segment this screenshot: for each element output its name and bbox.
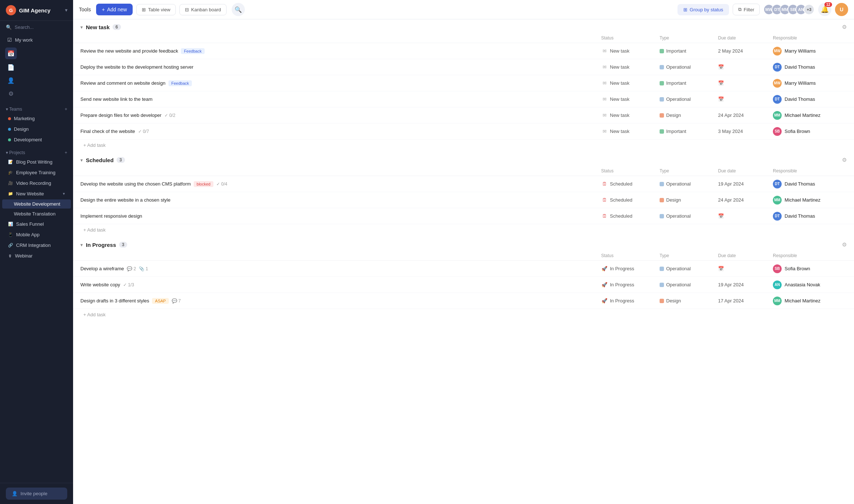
user-avatar[interactable]: U: [835, 3, 848, 16]
group-by-status-btn[interactable]: ⊞ Group by status: [677, 4, 729, 15]
sidebar-item-sales-funnel[interactable]: 📊 Sales Funnel: [2, 219, 71, 229]
sidebar-item-video-recording[interactable]: 🎥 Video Recording: [2, 178, 71, 188]
resp-avatar: MW: [773, 79, 782, 88]
search-placeholder: Search...: [15, 24, 34, 30]
tag-asap: ASAP: [152, 298, 168, 304]
chevron-new-task[interactable]: ▾: [80, 24, 83, 30]
type-text: Operational: [666, 64, 691, 70]
resp-name: Marry Williams: [785, 80, 816, 86]
task-name-cell: Send new website link to the team: [80, 93, 598, 105]
sidebar-doc-icon[interactable]: 📄: [5, 61, 17, 73]
gear-in-progress[interactable]: ⚙: [842, 241, 847, 248]
section-title-new-task: New task: [86, 24, 110, 30]
resp-name: Michael Martinez: [785, 112, 820, 118]
toolbar-label: Tools: [79, 7, 91, 12]
status-icon: 🗓: [601, 181, 608, 187]
type-dot: [660, 182, 664, 186]
sidebar-item-mywork[interactable]: ☑ My work: [2, 34, 71, 46]
task-text: Prepare design files for web developer: [80, 112, 162, 118]
gear-new-task[interactable]: ⚙: [842, 24, 847, 30]
type-cell: Design: [657, 112, 715, 118]
website-dev-label: Website Development: [14, 201, 60, 207]
status-text: New task: [610, 112, 629, 118]
th-actions: [836, 33, 847, 43]
section-count-scheduled: 3: [117, 157, 125, 163]
filter-label: Filter: [744, 7, 754, 12]
sidebar-item-crm-integration[interactable]: 🔗 CRM Integration: [2, 240, 71, 250]
sidebar-item-employee-training[interactable]: 🎓 Employee Training: [2, 168, 71, 177]
search-btn[interactable]: 🔍: [232, 3, 245, 16]
add-task-new-task[interactable]: + Add task: [73, 140, 854, 151]
sidebar-item-development[interactable]: Development: [2, 135, 71, 145]
filter-btn[interactable]: ⧉ Filter: [733, 4, 760, 15]
date-text: 3 May 2024: [718, 129, 743, 134]
sidebar-item-new-website[interactable]: 📁 New Website ▾: [2, 189, 71, 199]
table-row: Send new website link to the team ✉ New …: [73, 91, 854, 107]
date-cell: 📅: [715, 64, 770, 70]
task-text: Final check of the website: [80, 129, 135, 134]
date-text: 17 Apr 2024: [718, 298, 744, 303]
resp-name: David Thomas: [785, 213, 815, 219]
app-logo[interactable]: G GIM Agency ▾: [0, 0, 73, 21]
sidebar-settings-icon[interactable]: ⚙: [5, 88, 17, 99]
sidebar-item-website-development[interactable]: Website Development: [2, 199, 71, 209]
status-text: In Progress: [610, 266, 634, 271]
search-bar[interactable]: 🔍 Search...: [0, 21, 73, 34]
type-text: Important: [666, 129, 686, 134]
add-new-label: Add new: [107, 7, 127, 12]
type-dot: [660, 49, 664, 53]
status-cell: ✉ New task: [598, 96, 657, 103]
website-folder-icon: 📁: [8, 191, 13, 196]
notification-btn[interactable]: 🔔 12: [818, 3, 831, 16]
type-dot: [660, 267, 664, 271]
sales-label: Sales Funnel: [16, 221, 44, 227]
projects-section-header: ▾ Projects +: [0, 148, 73, 157]
date-text: 2 May 2024: [718, 48, 743, 54]
development-label: Development: [14, 137, 42, 142]
section-title-in-progress: In Progress: [86, 242, 116, 248]
status-cell: ✉ New task: [598, 48, 657, 54]
resp-avatar: SB: [773, 264, 782, 273]
sidebar-item-website-translation[interactable]: Website Translation: [2, 209, 71, 218]
sidebar-item-marketing[interactable]: Marketing: [2, 114, 71, 123]
kanban-board-btn[interactable]: ⊟ Kanban board: [179, 4, 227, 15]
chevron-scheduled[interactable]: ▾: [80, 157, 83, 163]
table-view-btn[interactable]: ⊞ Table view: [136, 4, 176, 15]
type-dot: [660, 214, 664, 218]
sidebar-item-mobile-app[interactable]: 📱 Mobile App: [2, 230, 71, 240]
group-icon: ⊞: [683, 7, 687, 12]
add-project-btn[interactable]: +: [65, 150, 67, 155]
task-text: Review the new website and provide feedb…: [80, 48, 178, 54]
chevron-in-progress[interactable]: ▾: [80, 242, 83, 248]
status-text: In Progress: [610, 298, 634, 303]
training-label: Employee Training: [16, 170, 56, 175]
add-new-btn[interactable]: + Add new: [96, 4, 133, 15]
task-name-cell: Develop a wireframe 💬 2 📎 1: [80, 263, 598, 274]
tag-blocked: blocked: [194, 181, 213, 187]
type-cell: Important: [657, 48, 715, 54]
resp-name: Anastasia Novak: [785, 282, 820, 287]
sidebar-person-icon[interactable]: 👤: [5, 75, 17, 86]
add-task-in-progress[interactable]: + Add task: [73, 309, 854, 320]
add-task-scheduled[interactable]: + Add task: [73, 224, 854, 236]
gear-scheduled[interactable]: ⚙: [842, 157, 847, 163]
invite-people-btn[interactable]: 👤 Invite people: [6, 488, 67, 500]
sidebar-calendar-icon[interactable]: 📅: [5, 47, 17, 59]
date-cell: 📅: [715, 213, 770, 219]
sidebar-mywork-label: My work: [15, 37, 33, 43]
add-team-btn[interactable]: +: [65, 107, 67, 112]
date-text: 24 Apr 2024: [718, 197, 744, 203]
avatar-more[interactable]: +3: [804, 4, 815, 15]
resp-name: Michael Martinez: [785, 298, 820, 303]
table-header-in-progress: Status Type Due date Responsible: [73, 251, 854, 261]
sidebar-item-blog-post-writing[interactable]: 📝 Blog Post Writing: [2, 157, 71, 167]
status-text: Scheduled: [610, 213, 632, 219]
mywork-icon: ☑: [7, 37, 12, 43]
type-cell: Operational: [657, 181, 715, 187]
type-text: Operational: [666, 96, 691, 102]
status-text: New task: [610, 96, 629, 102]
status-cell: 🗓 Scheduled: [598, 213, 657, 219]
sidebar-item-webinar[interactable]: 🎙 Webinar: [2, 251, 71, 261]
main-panel: Tools + Add new ⊞ Table view ⊟ Kanban bo…: [73, 0, 854, 504]
sidebar-item-design[interactable]: Design: [2, 124, 71, 134]
